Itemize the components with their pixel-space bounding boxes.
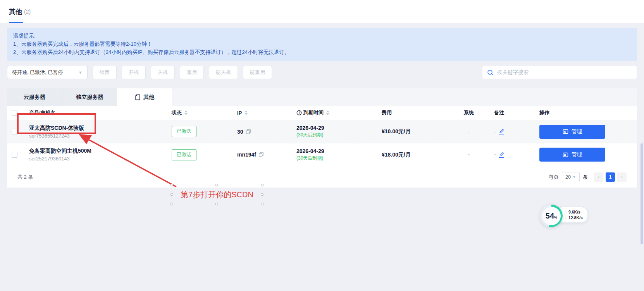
column-header-action: 操作 [533, 109, 637, 116]
product-id: ser252179360143 [29, 156, 172, 162]
remark-value: - [494, 129, 496, 135]
search-placeholder: 按关键字搜索 [497, 69, 529, 76]
manage-button-label: 管理 [572, 128, 582, 135]
table-row-hosting: 免备案高防空间主机500M ser252179360143 已激活 mn194f… [7, 143, 637, 166]
upload-speed: 9.6K/s [568, 210, 580, 214]
system-value: - [468, 129, 470, 135]
page-title-count: (2) [24, 9, 31, 15]
notice-line-1: 1、云服务器购买完成后，云服务器部署需要等待2-10分钟！ [13, 40, 631, 48]
annotation-text-box[interactable]: 第7步打开你的SCDN [172, 185, 262, 204]
resize-handle[interactable] [170, 193, 173, 196]
server-list-panel: 云服务器 独立服务器 其他 产品/主机名 状态 IP [7, 88, 637, 188]
next-page-button[interactable]: › [617, 172, 627, 182]
tabbar-filler [172, 88, 637, 106]
usage-percent-unit: % [554, 215, 557, 219]
fee-value: ¥18.00元/月 [382, 152, 411, 158]
column-header-remark: 备注 [486, 109, 533, 116]
resize-handle[interactable] [261, 193, 263, 196]
restart-button[interactable]: 重启 [180, 66, 204, 79]
resize-handle[interactable] [261, 184, 263, 186]
page-title: 其他 [9, 7, 22, 16]
column-header-expire[interactable]: 到期时间 [293, 109, 380, 117]
download-speed: 12.8K/s [568, 215, 583, 220]
select-all-checkbox[interactable] [12, 110, 17, 116]
manage-button-label: 管理 [572, 151, 582, 158]
hard-off-button[interactable]: 硬关机 [209, 66, 238, 79]
expire-note: (30天后到期) [296, 155, 380, 162]
search-icon [487, 69, 494, 76]
manage-button[interactable]: 管理 [539, 125, 605, 139]
ip-value: mn194f [237, 152, 256, 158]
server-type-tabs: 云服务器 独立服务器 其他 [7, 88, 637, 106]
pagination: ‹ 1 › [594, 172, 627, 182]
usage-gauge[interactable]: 54 % [540, 205, 563, 227]
table-footer: 共 2 条 每页 20 ▼ 条 ‹ 1 › [7, 166, 637, 188]
network-monitor-widget[interactable]: ↑ 9.6K/s ↓ 12.8K/s 54 % [540, 205, 587, 228]
resize-handle[interactable] [215, 184, 218, 186]
power-off-button[interactable]: 关机 [151, 66, 175, 79]
per-page-label: 每页 [549, 174, 559, 181]
table-row-scdn: 亚太高防SCDN-体验版 ser753655127243 已激活 30 2026… [7, 120, 637, 143]
vertical-scrollbar[interactable] [641, 143, 643, 244]
search-input[interactable]: 按关键字搜索 [482, 66, 637, 79]
remark-value: - [494, 152, 496, 158]
sort-icon[interactable] [184, 110, 188, 115]
page-1-button[interactable]: 1 [606, 172, 615, 182]
resize-handle[interactable] [261, 203, 263, 205]
edit-remark-icon[interactable] [499, 152, 504, 158]
status-badge: 已激活 [172, 149, 196, 160]
console-icon [563, 129, 568, 134]
expire-note: (30天后到期) [296, 132, 380, 138]
download-arrow-icon: ↓ [565, 216, 567, 220]
chevron-down-icon: ▼ [78, 70, 83, 75]
table-header-row: 产品/主机名 状态 IP 到期时间 费用 系统 备注 操作 [7, 106, 637, 120]
status-filter-select[interactable]: 待开通, 已激活, 已暂停 ▼ [7, 66, 88, 79]
tab-dedicated-server[interactable]: 独立服务器 [62, 88, 117, 106]
expire-date: 2026-04-29 [296, 125, 380, 131]
resize-handle[interactable] [215, 203, 218, 205]
chevron-down-icon: ▼ [572, 175, 576, 179]
expire-date: 2026-04-29 [296, 148, 380, 154]
notice-banner: 温馨提示: 1、云服务器购买完成后，云服务器部署需要等待2-10分钟！ 2、云服… [7, 28, 637, 61]
copy-icon[interactable] [258, 152, 264, 157]
status-badge: 已激活 [172, 126, 196, 137]
power-on-button[interactable]: 开机 [122, 66, 146, 79]
prev-page-button[interactable]: ‹ [594, 172, 603, 182]
tab-cloud-server[interactable]: 云服务器 [7, 88, 62, 106]
usage-percent: 54 [546, 212, 554, 220]
copy-icon[interactable] [246, 129, 251, 134]
sort-icon[interactable] [326, 110, 329, 115]
column-header-status[interactable]: 状态 [172, 109, 221, 116]
tab-other[interactable]: 其他 [117, 88, 172, 106]
hard-restart-button[interactable]: 硬重启 [243, 66, 272, 79]
notice-title: 温馨提示: [13, 32, 631, 40]
system-value: - [468, 152, 470, 158]
upload-arrow-icon: ↑ [565, 210, 567, 214]
file-icon [135, 94, 141, 100]
per-page-unit: 条 [583, 174, 588, 181]
resize-handle[interactable] [170, 184, 173, 186]
active-tab-underline [9, 22, 23, 23]
sort-icon[interactable] [245, 110, 248, 115]
column-header-fee: 费用 [380, 109, 451, 116]
toolbar: 待开通, 已激活, 已暂停 ▼ 续费 开机 关机 重启 硬关机 硬重启 按关键字… [7, 66, 637, 79]
per-page-select[interactable]: 20 ▼ [562, 172, 580, 182]
notice-line-2: 2、云服务器购买后24小时内支持退订（24小时内购买IP、购买存储后云服务器不支… [13, 48, 631, 56]
product-name[interactable]: 免备案高防空间主机500M [29, 148, 172, 155]
status-filter-value: 待开通, 已激活, 已暂停 [12, 69, 63, 76]
column-header-ip[interactable]: IP [221, 110, 293, 116]
tab-other-label: 其他 [143, 94, 154, 101]
renew-button[interactable]: 续费 [93, 66, 117, 79]
manage-button[interactable]: 管理 [539, 148, 605, 162]
ip-value: 30 [237, 129, 243, 135]
annotation-label: 第7步打开你的SCDN [181, 189, 253, 200]
fee-value: ¥10.00元/月 [382, 128, 411, 134]
page-header: 其他 (2) [0, 0, 644, 23]
resize-handle[interactable] [170, 203, 173, 205]
row-checkbox[interactable] [12, 129, 17, 134]
annotation-highlight-rect [17, 113, 96, 134]
row-checkbox[interactable] [12, 152, 17, 158]
edit-remark-icon[interactable] [499, 129, 504, 134]
total-count: 共 2 条 [17, 174, 33, 181]
column-header-system: 系统 [451, 109, 486, 116]
